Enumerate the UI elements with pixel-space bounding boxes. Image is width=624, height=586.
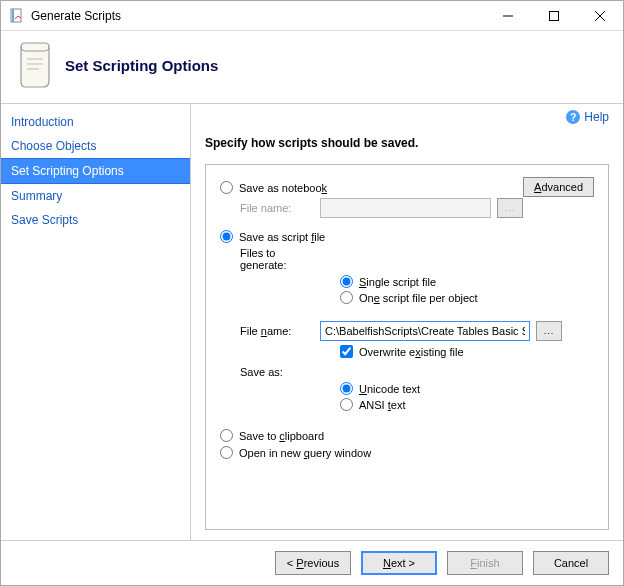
help-label: Help [584, 110, 609, 124]
finish-button: Finish [447, 551, 523, 575]
ansi-label: ANSI text [359, 399, 405, 411]
open-new-query-radio[interactable] [220, 446, 233, 459]
open-new-query-label: Open in new query window [239, 447, 371, 459]
unicode-radio[interactable] [340, 382, 353, 395]
wizard-body: Introduction Choose Objects Set Scriptin… [1, 103, 623, 540]
help-row: ? Help [205, 110, 609, 128]
help-link[interactable]: ? Help [566, 110, 609, 124]
app-icon [9, 8, 25, 24]
page-title: Set Scripting Options [65, 57, 218, 74]
svg-rect-3 [550, 11, 559, 20]
script-filename-label: File name: [240, 325, 320, 337]
help-icon: ? [566, 110, 580, 124]
wizard-footer: < Previous Next > Finish Cancel [1, 540, 623, 585]
svg-rect-1 [12, 9, 14, 22]
wizard-window: Generate Scripts Set Scripting Options I… [0, 0, 624, 586]
window-buttons [485, 1, 623, 30]
cancel-button[interactable]: Cancel [533, 551, 609, 575]
save-clipboard-radio[interactable] [220, 429, 233, 442]
files-to-generate-label: Files to generate: [240, 247, 320, 271]
minimize-button[interactable] [485, 1, 531, 30]
nav-set-scripting-options[interactable]: Set Scripting Options [1, 158, 190, 184]
unicode-label: Unicode text [359, 383, 420, 395]
notebook-browse-button: ... [497, 198, 523, 218]
nav-choose-objects[interactable]: Choose Objects [1, 134, 190, 158]
overwrite-label: Overwrite existing file [359, 346, 464, 358]
close-button[interactable] [577, 1, 623, 30]
window-title: Generate Scripts [31, 9, 485, 23]
one-per-object-radio[interactable] [340, 291, 353, 304]
options-panel: Save as notebook File name: ... Advanced [205, 164, 609, 530]
notebook-filename-input [320, 198, 491, 218]
notebook-filename-label: File name: [240, 202, 320, 214]
save-script-label: Save as script file [239, 231, 325, 243]
save-clipboard-label: Save to clipboard [239, 430, 324, 442]
script-icon [15, 41, 55, 89]
wizard-main: ? Help Specify how scripts should be sav… [191, 104, 623, 540]
script-browse-button[interactable]: ... [536, 321, 562, 341]
one-per-object-label: One script file per object [359, 292, 478, 304]
save-notebook-radio[interactable] [220, 181, 233, 194]
maximize-button[interactable] [531, 1, 577, 30]
wizard-nav: Introduction Choose Objects Set Scriptin… [1, 104, 191, 540]
save-as-label: Save as: [240, 366, 320, 378]
titlebar: Generate Scripts [1, 1, 623, 31]
section-subtitle: Specify how scripts should be saved. [205, 128, 609, 164]
single-file-label: Single script file [359, 276, 436, 288]
save-notebook-label: Save as notebook [239, 182, 327, 194]
save-script-radio[interactable] [220, 230, 233, 243]
advanced-button[interactable]: Advanced [523, 177, 594, 197]
nav-summary[interactable]: Summary [1, 184, 190, 208]
previous-button[interactable]: < Previous [275, 551, 351, 575]
script-filename-input[interactable] [320, 321, 530, 341]
nav-save-scripts[interactable]: Save Scripts [1, 208, 190, 232]
ansi-radio[interactable] [340, 398, 353, 411]
next-button[interactable]: Next > [361, 551, 437, 575]
nav-introduction[interactable]: Introduction [1, 110, 190, 134]
wizard-header: Set Scripting Options [1, 31, 623, 103]
single-file-radio[interactable] [340, 275, 353, 288]
overwrite-checkbox[interactable] [340, 345, 353, 358]
notebook-row: Save as notebook File name: ... Advanced [220, 177, 594, 226]
